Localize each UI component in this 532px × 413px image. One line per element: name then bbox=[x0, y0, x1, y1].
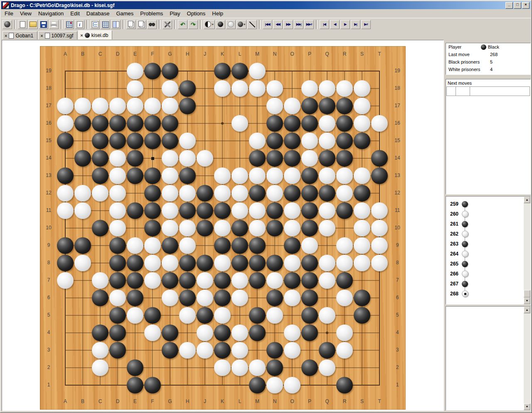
white-stone bbox=[336, 342, 353, 359]
tab-close-icon[interactable]: × bbox=[5, 33, 7, 38]
move-list-item[interactable]: 263 bbox=[448, 239, 468, 249]
last-move-button[interactable]: ▶▶| bbox=[294, 20, 303, 29]
move-list-item[interactable]: 265 bbox=[448, 259, 468, 269]
end-of-variation-button[interactable]: ▶| bbox=[351, 20, 360, 29]
prev-move-button[interactable]: |◀ bbox=[320, 20, 329, 29]
title-bar[interactable]: Drago - C:\Petr\Go\Drago\kisei.db - kise… bbox=[1, 1, 531, 9]
move-list-item[interactable]: 264 bbox=[448, 249, 468, 259]
close-button[interactable]: × bbox=[522, 2, 530, 9]
black-stone bbox=[266, 290, 283, 306]
dropdown-arrow-icon: ▾ bbox=[212, 23, 214, 26]
move-list-item[interactable]: 262 bbox=[448, 229, 468, 239]
half-stone-icon bbox=[205, 21, 211, 27]
tree-view-button[interactable] bbox=[90, 20, 100, 29]
menu-options[interactable]: Options bbox=[184, 10, 209, 17]
board-view-button[interactable] bbox=[101, 20, 110, 29]
tab-goban1[interactable]: ×Goban1 bbox=[2, 31, 37, 39]
menu-file[interactable]: File bbox=[1, 10, 17, 17]
goto-number-button[interactable]: ▶# bbox=[361, 20, 371, 29]
forward-10-button[interactable]: ▶▶ bbox=[283, 20, 293, 29]
move-list-item[interactable]: 260 bbox=[448, 209, 468, 219]
next-moves-cell[interactable] bbox=[447, 87, 456, 96]
menu-help[interactable]: Help bbox=[209, 10, 227, 17]
move-list-item[interactable]: 268 bbox=[448, 289, 468, 299]
draw-line-button[interactable] bbox=[247, 20, 257, 29]
white-stone bbox=[214, 80, 231, 97]
comments-panel[interactable]: ▲ ▼ bbox=[446, 306, 531, 411]
stone-color-button[interactable]: ▾ bbox=[204, 20, 215, 29]
black-stone bbox=[127, 115, 143, 132]
menu-edit[interactable]: Edit bbox=[67, 10, 83, 17]
goto-move-button[interactable]: ▶▶# bbox=[304, 20, 314, 29]
white-stone-tool-button[interactable] bbox=[226, 20, 236, 29]
black-stone bbox=[197, 220, 213, 236]
comments-scrollbar[interactable]: ▲ ▼ bbox=[524, 307, 530, 410]
menu-bar: FileViewNavigationEditDatabaseGamesProbl… bbox=[1, 9, 531, 17]
black-prisoners-row: Black prisoners 5 bbox=[446, 58, 530, 66]
game-info-button[interactable]: i bbox=[75, 20, 84, 29]
move-list-item[interactable]: 261 bbox=[448, 219, 468, 229]
save-file-button[interactable] bbox=[39, 20, 48, 29]
black-stone bbox=[232, 220, 248, 236]
pass-button[interactable]: ↷ bbox=[188, 20, 198, 29]
scroll-down-button[interactable]: ▼ bbox=[524, 297, 530, 304]
white-stone bbox=[354, 220, 370, 236]
menu-view[interactable]: View bbox=[17, 10, 35, 17]
forward-one-button[interactable]: ▶ bbox=[340, 20, 350, 29]
menu-problems[interactable]: Problems bbox=[137, 10, 166, 17]
scroll-up-button[interactable]: ▲ bbox=[524, 307, 530, 313]
white-stone bbox=[336, 237, 353, 254]
white-stone-icon bbox=[462, 211, 468, 217]
black-stone bbox=[284, 115, 300, 132]
black-stone bbox=[144, 220, 161, 236]
mark-tool-button[interactable]: ▾ bbox=[236, 20, 247, 29]
next-moves-cell[interactable] bbox=[456, 87, 470, 96]
scroll-thumb[interactable] bbox=[524, 290, 530, 297]
tab-close-icon[interactable]: × bbox=[40, 33, 43, 38]
white-stone bbox=[127, 307, 143, 324]
first-move-button[interactable]: |◀◀ bbox=[263, 20, 272, 29]
scroll-up-button[interactable]: ▲ bbox=[524, 197, 530, 203]
edit-board-button[interactable] bbox=[64, 20, 74, 29]
scroll-down-button[interactable]: ▼ bbox=[524, 403, 530, 410]
undo-button[interactable]: ↶ bbox=[178, 20, 187, 29]
tools-button[interactable] bbox=[163, 20, 172, 29]
tab-close-icon[interactable]: × bbox=[80, 33, 83, 38]
menu-database[interactable]: Database bbox=[83, 10, 113, 17]
black-stone bbox=[319, 98, 335, 114]
coord-label: 15 bbox=[42, 138, 55, 143]
database-icon bbox=[85, 33, 90, 38]
coord-label: J bbox=[201, 398, 209, 404]
move-list-item[interactable]: 266 bbox=[448, 269, 468, 279]
split-view-button[interactable] bbox=[111, 20, 121, 29]
tab-kisei-db[interactable]: ×kisei.db bbox=[78, 30, 112, 39]
copy-position-button[interactable] bbox=[126, 20, 136, 29]
white-stone bbox=[266, 272, 283, 289]
black-stone bbox=[144, 133, 161, 149]
white-stone bbox=[284, 290, 300, 306]
open-file-button[interactable] bbox=[28, 20, 38, 29]
maximize-button[interactable]: □ bbox=[514, 2, 521, 9]
next-moves-cell[interactable] bbox=[470, 87, 530, 96]
back-one-button[interactable]: ◀ bbox=[330, 20, 340, 29]
new-file-button[interactable] bbox=[18, 20, 27, 29]
goban[interactable]: AABBCCDDEEFFGGHHJJKKLLMMNNOOPPQQRRSSTT19… bbox=[40, 46, 406, 410]
coord-label: M bbox=[253, 51, 261, 57]
print-button[interactable] bbox=[49, 20, 59, 29]
copy-sgf-button[interactable] bbox=[137, 20, 146, 29]
play-mode-button[interactable] bbox=[2, 20, 12, 29]
black-stone-tool-button[interactable] bbox=[216, 20, 225, 29]
black-stone bbox=[127, 202, 143, 219]
move-list-item[interactable]: 267 bbox=[448, 279, 468, 289]
white-stone bbox=[284, 324, 300, 341]
menu-games[interactable]: Games bbox=[113, 10, 137, 17]
menu-navigation[interactable]: Navigation bbox=[35, 10, 67, 17]
back-10-button[interactable]: ◀◀ bbox=[273, 20, 283, 29]
move-list-scrollbar[interactable]: ▲ ▼ bbox=[524, 197, 530, 304]
menu-play[interactable]: Play bbox=[166, 10, 183, 17]
move-list-item[interactable]: 259 bbox=[448, 199, 468, 209]
tab-10097-sgf[interactable]: ×10097.sgf bbox=[38, 31, 77, 39]
move-list-panel: 259260261262263264265266267268 ▲ ▼ bbox=[446, 196, 531, 305]
find-button[interactable] bbox=[147, 20, 157, 29]
minimize-button[interactable]: _ bbox=[505, 2, 513, 9]
